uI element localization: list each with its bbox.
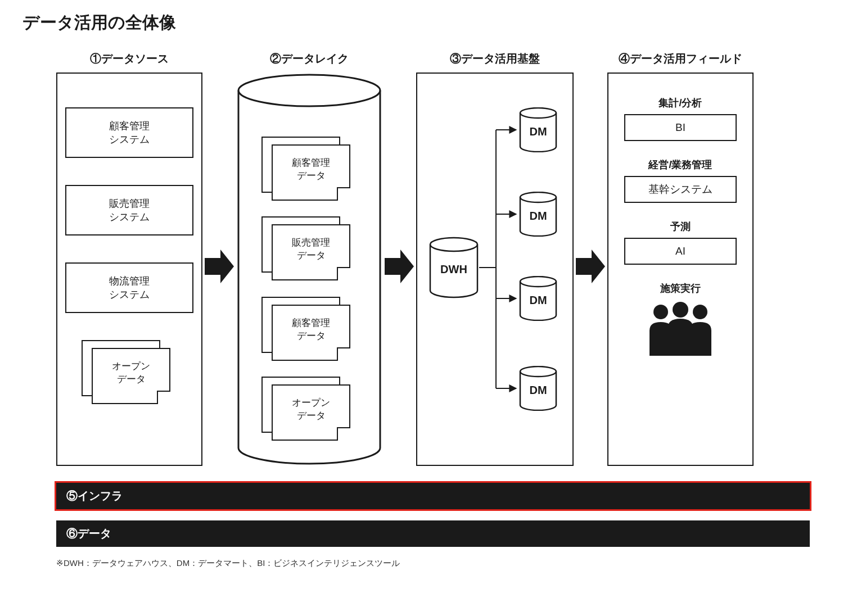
svg-point-9: [653, 305, 668, 319]
col-data-source: ①データソース 顧客管理システム 販売管理システム 物流管理システム オープンデ…: [56, 51, 202, 466]
col-data-field: ④データ活用フィールド 集計/分析 BI 経営/業務管理 基幹システム 予測 A…: [607, 51, 754, 466]
page-title: データ活用の全体像: [22, 11, 844, 34]
people-icon: [638, 300, 723, 358]
svg-point-10: [673, 302, 688, 318]
src-box-customer: 顧客管理システム: [65, 107, 193, 158]
data-lake-cylinder: 顧客管理データ 販売管理データ 顧客管理データ オープンデータ: [236, 73, 382, 466]
doc-open-data: オープンデータ: [82, 340, 177, 407]
col3-header: ③データ活用基盤: [450, 51, 540, 67]
col1-header: ①データソース: [90, 51, 169, 67]
footnote: ※DWH：データウェアハウス、DM：データマート、BI：ビジネスインテリジェンス…: [56, 558, 810, 569]
doc-open-data-label: オープンデータ: [112, 360, 150, 386]
lake-doc-open-label: オープンデータ: [292, 397, 330, 423]
col4-header: ④データ活用フィールド: [619, 51, 742, 67]
dwh-dm-connectors: [417, 74, 575, 467]
field-label-ai: 予測: [670, 220, 691, 233]
bar-data: ⑥データ: [56, 520, 810, 547]
svg-point-11: [693, 305, 707, 319]
field-label-bi: 集計/分析: [658, 96, 702, 110]
arrow-3: [574, 51, 607, 466]
col3-panel: DWH DM DM DM DM: [416, 73, 574, 466]
col1-panel: 顧客管理システム 販売管理システム 物流管理システム オープンデータ: [56, 73, 202, 466]
col2-header: ②データレイク: [270, 51, 349, 67]
field-box-mgmt: 基幹システム: [624, 176, 737, 203]
field-label-exec: 施策実行: [660, 282, 701, 295]
bottom-bars: ⑤インフラ ⑥データ: [56, 483, 810, 547]
field-group-ai: 予測 AI: [624, 220, 737, 265]
diagram: ①データソース 顧客管理システム 販売管理システム 物流管理システム オープンデ…: [56, 51, 810, 466]
field-box-ai: AI: [624, 238, 737, 265]
field-box-bi: BI: [624, 114, 737, 141]
lake-doc-customer: 顧客管理データ: [261, 137, 357, 203]
lake-doc-customer2: 顧客管理データ: [261, 297, 357, 364]
arrow-2: [382, 51, 416, 466]
bar-infra: ⑤インフラ: [56, 483, 810, 509]
lake-doc-customer-label: 顧客管理データ: [292, 157, 330, 183]
lake-doc-customer2-label: 顧客管理データ: [292, 317, 330, 343]
lake-doc-sales-label: 販売管理データ: [292, 237, 330, 262]
col-data-lake: ②データレイク 顧客管理データ 販売管理データ: [236, 51, 382, 466]
svg-marker-0: [205, 250, 234, 283]
field-group-bi: 集計/分析 BI: [624, 96, 737, 141]
svg-marker-8: [576, 250, 605, 283]
field-label-mgmt: 経営/業務管理: [648, 158, 712, 171]
col-data-platform: ③データ活用基盤 DWH DM DM: [416, 51, 574, 466]
src-box-logistics: 物流管理システム: [65, 262, 193, 313]
svg-marker-2: [385, 250, 414, 283]
lake-doc-open: オープンデータ: [261, 377, 357, 443]
field-group-exec: 施策実行: [638, 282, 723, 358]
lake-doc-sales: 販売管理データ: [261, 216, 357, 283]
field-group-mgmt: 経営/業務管理 基幹システム: [624, 158, 737, 203]
col4-panel: 集計/分析 BI 経営/業務管理 基幹システム 予測 AI 施策実行: [607, 73, 754, 466]
arrow-1: [202, 51, 236, 466]
src-box-sales: 販売管理システム: [65, 185, 193, 235]
